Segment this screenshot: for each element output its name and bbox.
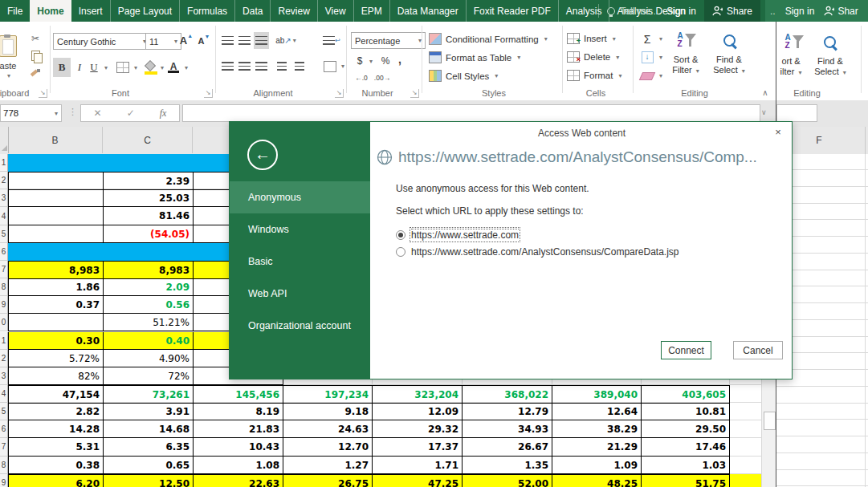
cell-F18[interactable]: 1.71 xyxy=(372,457,463,474)
cell-I19[interactable]: 51.75 xyxy=(641,474,730,487)
cell-G15[interactable]: 12.79 xyxy=(462,403,552,420)
cell-B16[interactable]: 14.28 xyxy=(8,420,104,438)
connect-button[interactable]: Connect xyxy=(661,341,711,359)
cell-B19[interactable]: 6.20 xyxy=(8,474,104,487)
fill-color-dropdown[interactable]: ▾ xyxy=(157,58,165,77)
styles-item-conditional-formatting[interactable]: Conditional Formatting▾ xyxy=(429,33,548,45)
row-header-4[interactable]: 4 xyxy=(0,207,8,225)
cell-E18[interactable]: 1.27 xyxy=(283,457,373,474)
styles-item-format-as-table[interactable]: Format as Table▾ xyxy=(429,51,520,63)
font-dialog-launcher[interactable]: ↘ xyxy=(204,89,213,98)
url-option-full[interactable]: https://www.settrade.com/AnalystConsensu… xyxy=(396,246,679,258)
name-box-splitter[interactable]: ⋮ xyxy=(68,107,77,117)
cell-I16[interactable]: 29.50 xyxy=(641,420,730,438)
cell-B18[interactable]: 0.38 xyxy=(8,457,104,474)
grow-font-button[interactable]: A▲ xyxy=(178,32,194,49)
paste-label[interactable]: aste xyxy=(0,60,22,71)
cell-H14[interactable]: 389,040 xyxy=(552,385,642,404)
clipboard-dialog-launcher[interactable]: ↘ xyxy=(39,89,47,98)
url-option-root-label[interactable]: https://www.settrade.com xyxy=(411,229,519,241)
percent-style-button[interactable]: % xyxy=(379,54,392,68)
cell-B8[interactable]: 1.86 xyxy=(8,278,104,296)
formula-bar-expand-icon[interactable]: ∨ xyxy=(761,108,767,116)
row-header-3[interactable]: 3 xyxy=(0,189,8,207)
font-color-button[interactable]: A xyxy=(165,57,181,76)
name-box[interactable]: 778▾ xyxy=(0,104,62,122)
underline-button[interactable]: U xyxy=(87,58,101,77)
tab-insert[interactable]: Insert xyxy=(71,0,110,22)
cell-E17[interactable]: 12.70 xyxy=(283,438,373,456)
tab-view[interactable]: View xyxy=(317,0,353,22)
autosum-button[interactable]: Σ xyxy=(638,31,656,47)
orientation-button[interactable]: ab↗▾ xyxy=(274,32,298,49)
tab-foxit-reader-pdf[interactable]: Foxit Reader PDF xyxy=(466,0,558,22)
cell-G16[interactable]: 34.93 xyxy=(462,420,552,438)
cell-C5[interactable]: (54.05) xyxy=(103,225,194,243)
cell-G18[interactable]: 1.35 xyxy=(462,457,552,474)
tab-data[interactable]: Data xyxy=(234,0,270,22)
cell-H16[interactable]: 38.29 xyxy=(552,420,642,438)
increase-decimal-button[interactable]: ←.0 xyxy=(352,71,371,84)
auth-item-organizational-account[interactable]: Organizational account xyxy=(230,310,370,342)
column-header-c[interactable]: C xyxy=(103,127,193,153)
background-find-select-button[interactable] xyxy=(815,30,844,54)
cell-C16[interactable]: 14.68 xyxy=(103,420,194,438)
cells-item-insert[interactable]: +Insert▾ xyxy=(567,33,616,44)
cancel-entry-icon[interactable]: ✕ xyxy=(94,108,102,119)
cell-B11[interactable]: 0.30 xyxy=(8,332,104,350)
cell-B4[interactable] xyxy=(8,207,104,225)
collapse-ribbon-button[interactable]: ∧ xyxy=(758,87,772,98)
comma-style-button[interactable]: , xyxy=(395,52,405,67)
cell-B2[interactable] xyxy=(8,172,104,190)
cell-H15[interactable]: 12.64 xyxy=(552,403,642,420)
fill-color-button[interactable] xyxy=(141,56,159,75)
row-header-7[interactable]: 7 xyxy=(0,261,8,278)
cell-D18[interactable]: 1.08 xyxy=(193,457,283,474)
url-option-full-label[interactable]: https://www.settrade.com/AnalystConsensu… xyxy=(411,246,679,258)
cell-E19[interactable]: 26.75 xyxy=(283,474,373,487)
cell-B7[interactable]: 8,983 xyxy=(8,261,104,279)
align-center-button[interactable] xyxy=(237,58,252,75)
tab-formulas[interactable]: Formulas xyxy=(179,0,234,22)
row-header-1[interactable]: 1 xyxy=(0,154,8,172)
cell-F15[interactable]: 12.09 xyxy=(372,403,463,420)
accounting-format-dropdown[interactable]: ▾ xyxy=(366,54,374,68)
align-middle-button[interactable] xyxy=(237,32,252,49)
sort-filter-label[interactable]: Sort &Filter ▾ xyxy=(662,55,709,76)
tab-file[interactable]: File xyxy=(0,0,30,22)
cell-C9[interactable]: 0.56 xyxy=(103,296,194,314)
scrollbar-thumb[interactable] xyxy=(764,412,776,430)
merge-center-button[interactable] xyxy=(321,58,339,75)
row-header-2[interactable]: 2 xyxy=(0,172,8,189)
font-color-dropdown[interactable]: ▾ xyxy=(181,58,189,77)
share-button[interactable]: Share xyxy=(704,0,760,22)
background-find-select-label[interactable]: Find &Select ▾ xyxy=(809,56,851,78)
cell-E14[interactable]: 197,234 xyxy=(283,385,373,404)
italic-button[interactable]: I xyxy=(72,58,87,77)
decrease-indent-button[interactable] xyxy=(274,58,290,75)
cells-item-delete[interactable]: ×Delete▾ xyxy=(567,51,619,63)
decrease-decimal-button[interactable]: .00→ xyxy=(373,71,392,84)
accounting-format-button[interactable]: $ xyxy=(353,54,366,68)
cell-C15[interactable]: 3.91 xyxy=(103,403,194,420)
cell-E15[interactable]: 9.18 xyxy=(283,403,373,420)
tab-epm[interactable]: EPM xyxy=(353,0,389,22)
cell-G17[interactable]: 26.67 xyxy=(462,438,552,456)
cell-H18[interactable]: 1.09 xyxy=(552,457,642,474)
wrap-text-button[interactable]: ↩ xyxy=(321,32,342,49)
cancel-button[interactable]: Cancel xyxy=(733,341,783,359)
cell-H17[interactable]: 21.29 xyxy=(552,438,642,456)
row-header-19[interactable]: 9 xyxy=(0,474,8,487)
paste-button[interactable] xyxy=(0,30,22,62)
cell-C12[interactable]: 4.90% xyxy=(103,350,194,367)
cell-D19[interactable]: 22.63 xyxy=(193,474,283,487)
radio-selected-icon[interactable] xyxy=(396,230,405,240)
alignment-dialog-launcher[interactable]: ↘ xyxy=(335,89,344,98)
row-header-11[interactable]: 1 xyxy=(0,332,8,350)
cell-B13[interactable]: 82% xyxy=(8,367,104,385)
radio-unselected-icon[interactable] xyxy=(396,247,405,257)
cell-G19[interactable]: 52.00 xyxy=(462,474,552,487)
fill-button[interactable]: ↓ xyxy=(640,50,654,65)
cell-B14[interactable]: 47,154 xyxy=(8,385,104,404)
row-header-8[interactable]: 8 xyxy=(0,278,8,296)
